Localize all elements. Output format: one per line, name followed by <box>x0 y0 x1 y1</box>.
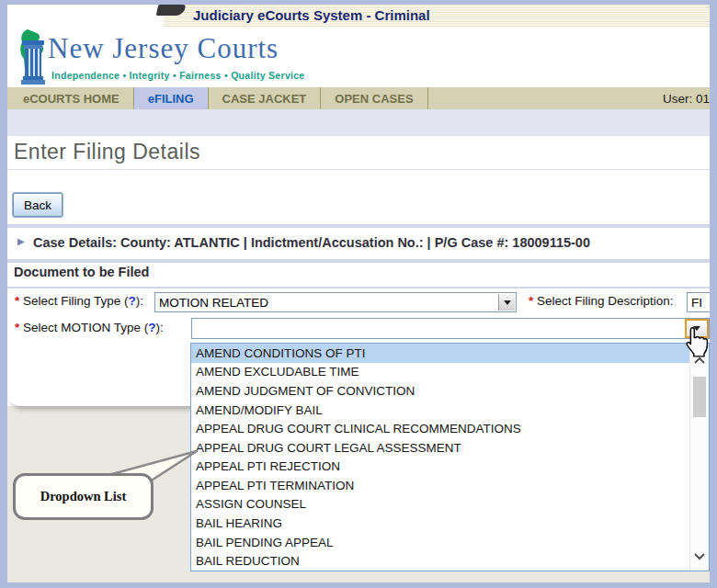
required-marker: * <box>15 321 19 334</box>
motion-type-dropdown: AMEND CONDITIONS OF PTIAMEND EXCLUDABLE … <box>190 343 710 571</box>
tab-ecourts-home[interactable]: eCOURTS HOME <box>9 87 134 109</box>
divider <box>7 287 710 288</box>
motion-type-dropdown-arrow-icon[interactable] <box>685 319 709 338</box>
logo-wordmark: New Jersey Courts <box>48 32 279 65</box>
list-item[interactable]: AMEND EXCLUDABLE TIME <box>191 363 690 382</box>
list-item[interactable]: BAIL PENDING APPEAL <box>191 533 690 552</box>
motion-type-label-text: Select MOTION Type ( <box>23 321 148 334</box>
title-band: Judiciary eCourts System - Criminal <box>7 5 710 27</box>
section-header: Document to be Filed <box>14 265 149 279</box>
filing-description-select[interactable]: FI <box>687 292 710 312</box>
list-item[interactable]: AMEND CONDITIONS OF PTI <box>191 344 690 363</box>
user-label: User: 01 <box>657 87 710 109</box>
list-item[interactable]: AMEND/MODIFY BAIL <box>191 401 690 420</box>
app-title: Judiciary eCourts System - Criminal <box>193 7 430 23</box>
lavender-band <box>7 109 710 136</box>
filing-description-label-text: Select Filing Description: <box>537 294 674 308</box>
title-divider <box>7 169 710 170</box>
filing-type-label-end: ): <box>136 294 143 308</box>
page-title: Enter Filing Details <box>14 140 200 164</box>
filing-type-dropdown-arrow-icon[interactable] <box>498 294 515 311</box>
required-marker: * <box>529 294 533 308</box>
logo-band: New Jersey Courts Independence • Integri… <box>7 27 710 87</box>
case-details-bar[interactable]: ▶ Case Details: County: ATLANTIC | Indic… <box>7 228 710 259</box>
filing-type-select[interactable]: MOTION RELATED <box>154 292 517 312</box>
list-item[interactable]: APPEAL DRUG COURT LEGAL ASSESSMENT <box>191 438 690 458</box>
tab-open-cases[interactable]: OPEN CASES <box>321 87 427 109</box>
filing-type-label-text: Select Filing Type ( <box>23 294 129 308</box>
back-button[interactable]: Back <box>13 193 63 217</box>
tab-efiling[interactable]: eFILING <box>134 87 209 109</box>
list-item[interactable]: BAIL REDUCTION <box>191 551 690 571</box>
callout-label: Dropdown List <box>13 473 154 520</box>
list-item[interactable]: AMEND JUDGMENT OF CONVICTION <box>191 381 690 401</box>
required-marker: * <box>15 294 19 308</box>
motion-type-label: * Select MOTION Type (?): <box>15 321 164 334</box>
filing-description-label: * Select Filing Description: <box>529 294 674 308</box>
divider <box>7 259 710 263</box>
scrollbar[interactable] <box>689 344 709 571</box>
list-item[interactable]: ASSIGN COUNSEL <box>191 495 690 514</box>
motion-type-label-end: ): <box>156 321 164 334</box>
list-item[interactable]: APPEAL DRUG COURT CLINICAL RECOMMENDATIO… <box>191 419 690 438</box>
motion-type-listbox: AMEND CONDITIONS OF PTIAMEND EXCLUDABLE … <box>191 344 690 571</box>
scroll-up-icon[interactable] <box>691 353 708 368</box>
list-item[interactable]: APPEAL PTI TERMINATION <box>191 476 690 495</box>
filing-description-value: FI <box>691 296 702 310</box>
scrollbar-thumb[interactable] <box>693 377 706 417</box>
expand-triangle-icon[interactable]: ▶ <box>17 236 25 246</box>
logo-tagline: Independence • Integrity • Fairness • Qu… <box>51 70 305 81</box>
motion-type-help-icon[interactable]: ? <box>148 321 155 334</box>
filing-type-value: MOTION RELATED <box>159 296 268 310</box>
filing-type-help-icon[interactable]: ? <box>129 294 136 308</box>
app-window: Judiciary eCourts System - Criminal New … <box>7 5 710 582</box>
scroll-down-icon[interactable] <box>691 548 708 563</box>
tab-case-jacket[interactable]: CASE JACKET <box>209 87 322 109</box>
case-details-text: Case Details: County: ATLANTIC | Indictm… <box>33 235 590 250</box>
list-item[interactable]: BAIL HEARING <box>191 514 690 533</box>
main-nav: eCOURTS HOME eFILING CASE JACKET OPEN CA… <box>7 87 710 109</box>
motion-type-select[interactable] <box>191 318 710 339</box>
filing-type-label: * Select Filing Type (?): <box>15 294 143 308</box>
list-item[interactable]: APPEAL PTI REJECTION <box>191 457 690 476</box>
